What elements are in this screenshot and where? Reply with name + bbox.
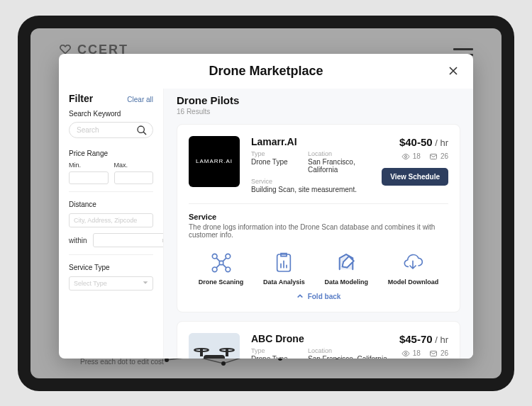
price-value: $45-70 xyxy=(399,333,433,345)
heart-icon xyxy=(59,45,72,55)
bg-hint-text: Press each dot to edit cost xyxy=(80,358,164,366)
eye-icon xyxy=(401,152,410,161)
service-icons-row: Drone Scaning Data Analysis xyxy=(189,252,448,286)
results-panel: Drone Pilots 16 Results LAMARR.AI Lamarr… xyxy=(164,89,473,359)
drone-scan-icon xyxy=(210,252,233,274)
service-name: Model Download xyxy=(388,278,439,286)
within-label: within xyxy=(69,237,87,244)
meta-type: Type Drone Type xyxy=(251,150,294,174)
card-info: Lamarr.AI Type Drone Type Location San F… xyxy=(251,136,370,193)
messages-count: 26 xyxy=(440,152,448,160)
location-value: San Francisco, California xyxy=(308,355,387,359)
search-icon[interactable] xyxy=(136,125,148,136)
divider xyxy=(69,254,153,255)
price-value: $40-50 xyxy=(399,136,433,148)
tablet-screen: CCERT Press each dot to edit cost Drone … xyxy=(31,28,501,378)
card-top: LAMARR.AI Lamarr.AI Type Drone Type xyxy=(189,136,448,193)
card-info: ABC Drone Type Drone Type Location San F… xyxy=(251,333,388,359)
pilot-name: Lamarr.AI xyxy=(251,136,370,147)
close-icon xyxy=(446,64,460,78)
service-type-label: Service Type xyxy=(69,264,153,271)
svg-point-2 xyxy=(221,361,226,366)
modal-title: Drone Marketplace xyxy=(209,64,323,79)
service-item-modeling: Data Modeling xyxy=(324,252,368,286)
service-name: Data Analysis xyxy=(263,278,305,286)
price-max-input[interactable] xyxy=(114,171,154,184)
price-max-label: Max. xyxy=(114,162,154,169)
svg-rect-19 xyxy=(189,333,240,359)
stats-row: 18 26 xyxy=(399,349,448,358)
views-stat: 18 xyxy=(401,349,421,358)
chevron-up-icon xyxy=(297,293,304,300)
meta-row: Type Drone Type Location San Francisco, … xyxy=(251,150,370,174)
svg-rect-22 xyxy=(201,350,202,356)
type-label: Type xyxy=(251,150,294,157)
mail-icon xyxy=(429,349,438,358)
card-right: $40-50 / hr 18 26 xyxy=(382,136,448,193)
svg-point-10 xyxy=(138,126,144,132)
menu-icon[interactable] xyxy=(453,48,473,50)
service-name: Drone Scaning xyxy=(199,278,244,286)
marketplace-modal: Drone Marketplace Filter Clear all Searc… xyxy=(59,54,473,359)
within-miles-input[interactable] xyxy=(93,233,164,247)
type-value: Drone Type xyxy=(251,158,294,166)
views-stat: 18 xyxy=(401,152,421,161)
svg-point-27 xyxy=(404,352,406,354)
mail-icon xyxy=(429,152,438,161)
fold-back-label: Fold back xyxy=(308,293,341,300)
within-row: within xyxy=(69,233,153,247)
service-item-download: Model Download xyxy=(388,252,439,286)
filter-sidebar: Filter Clear all Search Keyword Price Ra… xyxy=(59,89,164,359)
eye-icon xyxy=(401,349,410,358)
meta-type: Type Drone Type xyxy=(251,347,294,359)
svg-rect-24 xyxy=(204,356,224,359)
meta-row: Type Drone Type Location San Francisco, … xyxy=(251,347,388,359)
service-value: Building Scan, site measurement. xyxy=(251,186,370,193)
distance-label: Distance xyxy=(69,201,153,208)
service-heading: Service xyxy=(189,213,448,221)
service-type-select-wrap xyxy=(69,276,153,291)
svg-point-11 xyxy=(404,155,406,157)
meta-location: Location San Francisco, California xyxy=(308,347,387,359)
messages-stat: 26 xyxy=(429,152,448,161)
views-count: 18 xyxy=(413,349,421,357)
messages-count: 26 xyxy=(440,349,448,357)
location-value: San Francisco, California xyxy=(308,158,370,174)
drone-graphic-icon xyxy=(189,333,240,359)
service-type-select[interactable] xyxy=(69,276,153,291)
pilot-name: ABC Drone xyxy=(251,333,388,344)
price-min-col: Min. xyxy=(69,162,109,185)
views-count: 18 xyxy=(413,152,421,160)
clear-all-button[interactable]: Clear all xyxy=(127,96,153,103)
edit-icon xyxy=(335,252,358,274)
price-line: $45-70 / hr xyxy=(399,333,448,346)
location-label: Location xyxy=(308,347,387,354)
results-title: Drone Pilots xyxy=(177,94,460,106)
price-min-label: Min. xyxy=(69,162,109,169)
search-keyword-label: Search Keyword xyxy=(69,110,153,118)
service-expanded: Service The drone logs information into … xyxy=(189,203,448,300)
price-unit: / hr xyxy=(433,137,448,148)
price-range-label: Price Range xyxy=(69,150,153,157)
distance-location-input[interactable] xyxy=(69,213,153,227)
price-max-col: Max. xyxy=(114,162,154,185)
results-count: 16 Results xyxy=(177,108,460,115)
price-unit: / hr xyxy=(433,334,448,345)
fold-back-button[interactable]: Fold back xyxy=(189,293,448,300)
view-schedule-button[interactable]: View Schedule xyxy=(382,168,448,186)
type-label: Type xyxy=(251,347,294,354)
stats-row: 18 26 xyxy=(382,152,448,161)
pilot-image xyxy=(189,333,240,359)
pilot-card: ABC Drone Type Drone Type Location San F… xyxy=(177,321,460,359)
chart-icon xyxy=(272,252,295,274)
meta-location: Location San Francisco, California xyxy=(308,150,370,174)
close-button[interactable] xyxy=(446,64,460,78)
service-description: The drone logs information into the Dron… xyxy=(189,223,448,239)
price-line: $40-50 / hr xyxy=(382,136,448,149)
card-top: ABC Drone Type Drone Type Location San F… xyxy=(189,333,448,359)
modal-body: Filter Clear all Search Keyword Price Ra… xyxy=(59,89,473,359)
price-min-input[interactable] xyxy=(69,171,109,184)
card-right: $45-70 / hr 18 26 xyxy=(399,333,448,359)
modal-header: Drone Marketplace xyxy=(59,54,473,89)
pilot-logo: LAMARR.AI xyxy=(189,136,240,187)
